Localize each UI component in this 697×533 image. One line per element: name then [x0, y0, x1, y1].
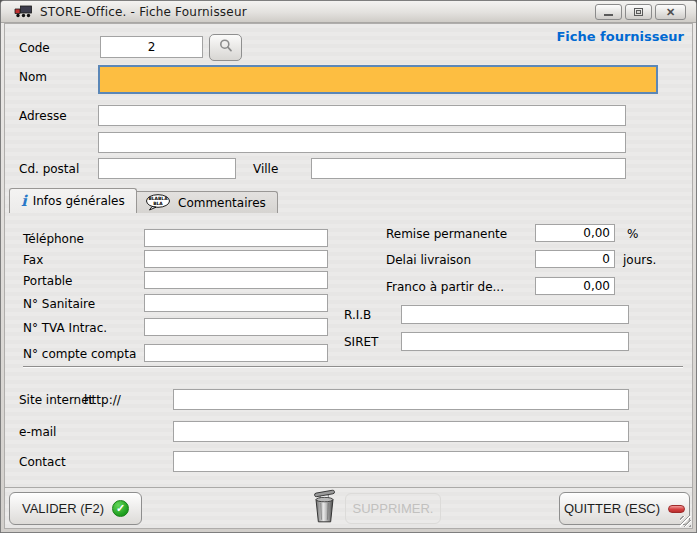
- code-label: Code: [19, 41, 50, 55]
- tva-intrac-input[interactable]: [144, 318, 328, 336]
- contact-label: Contact: [19, 455, 66, 469]
- contact-input[interactable]: [173, 451, 629, 472]
- email-label: e-mail: [19, 425, 56, 439]
- rib-label: R.I.B: [344, 308, 371, 322]
- fax-input[interactable]: [144, 250, 328, 268]
- tab-commentaires-label: Commentaires: [178, 196, 266, 210]
- franco-input[interactable]: [535, 277, 615, 295]
- code-input[interactable]: [100, 36, 203, 58]
- site-internet-label: Site internet: [19, 393, 93, 407]
- fax-label: Fax: [23, 253, 43, 267]
- window-title: STORE-Office. - Fiche Fournisseur: [40, 5, 247, 19]
- adresse-line1-input[interactable]: [98, 105, 626, 126]
- http-prefix-label: http://: [84, 393, 121, 407]
- trash-icon: [306, 489, 343, 525]
- resize-grip[interactable]: [680, 516, 691, 527]
- section-divider: [23, 366, 683, 368]
- portable-label: Portable: [23, 274, 72, 288]
- title-bar[interactable]: STORE-Office. - Fiche Fournisseur ✕: [1, 1, 696, 23]
- search-icon: [218, 38, 234, 57]
- cd-postal-label: Cd. postal: [19, 162, 79, 176]
- exit-pill-icon: [668, 505, 685, 513]
- remise-input[interactable]: [535, 224, 615, 242]
- minimize-icon: [604, 14, 613, 16]
- check-icon: ✓: [112, 500, 129, 517]
- siret-input[interactable]: [401, 332, 629, 351]
- window-controls: ✕: [595, 4, 686, 20]
- site-internet-input[interactable]: [173, 389, 629, 410]
- telephone-label: Téléphone: [23, 232, 84, 246]
- email-input[interactable]: [173, 421, 629, 442]
- nom-label: Nom: [19, 70, 47, 84]
- compte-compta-label: N° compte compta: [23, 347, 136, 361]
- telephone-input[interactable]: [144, 229, 328, 247]
- tab-infos-label: Infos générales: [33, 194, 125, 208]
- speech-bubble-icon: BLABLA BLA: [145, 194, 172, 211]
- delai-input[interactable]: [535, 250, 615, 268]
- supprimer-button-label: SUPPRIMER.: [353, 501, 434, 516]
- valider-button-label: VALIDER (F2): [22, 501, 104, 516]
- remise-label: Remise permanente: [386, 227, 507, 241]
- close-button[interactable]: ✕: [655, 4, 686, 20]
- minimize-button[interactable]: [595, 4, 622, 20]
- compte-compta-input[interactable]: [144, 344, 328, 362]
- info-icon: i: [21, 194, 27, 209]
- page-title: Fiche fournisseur: [556, 29, 684, 44]
- franco-label: Franco à partir de...: [386, 280, 504, 294]
- maximize-icon: [634, 8, 643, 16]
- adresse-label: Adresse: [19, 109, 67, 123]
- search-supplier-button[interactable]: [209, 34, 242, 61]
- siret-label: SIRET: [344, 335, 378, 349]
- app-window: STORE-Office. - Fiche Fournisseur ✕ Fich…: [0, 0, 697, 533]
- quitter-button-label: QUITTER (ESC): [564, 501, 660, 516]
- delai-suffix: jours.: [623, 253, 656, 267]
- cd-postal-input[interactable]: [98, 158, 236, 179]
- ville-input[interactable]: [311, 158, 626, 179]
- nom-input[interactable]: [98, 65, 658, 94]
- portable-input[interactable]: [144, 271, 328, 289]
- maximize-button[interactable]: [625, 4, 652, 20]
- sanitaire-input[interactable]: [144, 294, 328, 312]
- remise-suffix: %: [627, 227, 638, 241]
- adresse-line2-input[interactable]: [98, 132, 626, 153]
- svg-text:BLA: BLA: [153, 201, 163, 206]
- truck-app-icon: [14, 5, 32, 18]
- valider-button[interactable]: VALIDER (F2) ✓: [9, 492, 142, 525]
- close-icon: ✕: [666, 7, 675, 18]
- tva-intrac-label: N° TVA Intrac.: [23, 321, 107, 335]
- tab-infos-generales[interactable]: i Infos générales: [9, 188, 137, 213]
- sanitaire-label: N° Sanitaire: [23, 297, 95, 311]
- quitter-button[interactable]: QUITTER (ESC): [559, 492, 690, 525]
- delai-label: Delai livraison: [386, 253, 471, 267]
- ville-label: Ville: [253, 162, 278, 176]
- tab-commentaires[interactable]: BLABLA BLA Commentaires: [133, 191, 278, 213]
- rib-input[interactable]: [401, 305, 629, 324]
- supprimer-button[interactable]: SUPPRIMER.: [345, 493, 441, 524]
- footer-divider: [4, 487, 693, 488]
